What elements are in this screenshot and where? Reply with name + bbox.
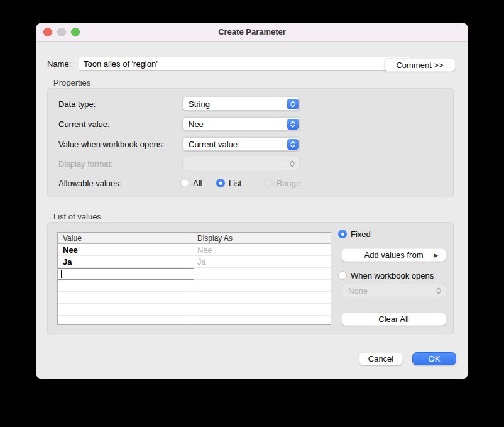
zoom-icon[interactable] (71, 28, 80, 36)
create-parameter-dialog: Create Parameter Name: Toon alles of 're… (36, 23, 468, 379)
data-type-dropdown[interactable]: String (182, 97, 300, 111)
add-values-from-button[interactable]: Add values from ▶ (341, 248, 446, 262)
value-edit-cell[interactable] (58, 268, 194, 280)
clear-all-button[interactable]: Clear All (341, 313, 446, 326)
chevron-up-down-icon (289, 159, 295, 170)
values-table-header[interactable]: Value Display As (58, 233, 331, 244)
submenu-arrow-icon: ▶ (434, 252, 438, 258)
column-header-display-as[interactable]: Display As (197, 234, 233, 243)
chevron-up-down-icon (287, 139, 299, 150)
ok-button[interactable]: OK (412, 352, 456, 365)
allowable-values-radio-range (264, 179, 273, 187)
display-format-label: Display format: (58, 159, 113, 169)
values-table[interactable]: Value Display As Nee Nee Ja Ja (57, 232, 331, 325)
fixed-radio-label: Fixed (351, 230, 371, 239)
properties-section-label: Properties (53, 78, 90, 87)
desktop-background: Create Parameter Name: Toon alles of 're… (0, 0, 504, 427)
chevron-up-down-icon (436, 286, 442, 297)
column-header-value[interactable]: Value (63, 234, 82, 243)
allowable-values-radio-list[interactable] (216, 179, 225, 187)
value-when-workbook-opens-label: Value when workbook opens: (58, 140, 165, 149)
chevron-up-down-icon (287, 99, 299, 109)
table-row[interactable]: Ja Ja (58, 256, 331, 268)
text-caret (61, 270, 62, 278)
data-type-label: Data type: (58, 99, 96, 109)
chevron-up-down-icon (287, 119, 299, 130)
minimize-icon (57, 28, 66, 36)
dialog-title: Create Parameter (218, 27, 286, 36)
table-row[interactable] (58, 292, 331, 304)
workbook-source-dropdown: None (342, 284, 446, 297)
allowable-values-radio-list-label: List (229, 179, 241, 188)
when-workbook-opens-radio-label: When workbook opens (351, 271, 434, 280)
name-input[interactable]: Toon alles of 'region' (79, 57, 412, 71)
allowable-values-radio-all[interactable] (180, 179, 189, 187)
current-value-label: Current value: (58, 119, 110, 129)
comment-button[interactable]: Comment >> (384, 58, 456, 72)
when-workbook-opens-radio[interactable] (338, 271, 347, 280)
fixed-radio[interactable] (338, 230, 347, 238)
value-when-workbook-opens-dropdown[interactable]: Current value (182, 137, 300, 151)
table-row[interactable] (58, 280, 331, 292)
title-bar[interactable]: Create Parameter (36, 23, 468, 42)
name-label: Name: (47, 59, 71, 69)
table-row[interactable] (58, 304, 331, 316)
table-row[interactable] (58, 316, 331, 325)
cancel-button[interactable]: Cancel (359, 352, 403, 365)
list-of-values-section-label: List of values (53, 212, 101, 221)
name-input-value: Toon alles of 'region' (84, 59, 158, 69)
table-row[interactable]: Nee Nee (58, 244, 331, 256)
current-value-dropdown[interactable]: Nee (182, 117, 300, 131)
close-icon[interactable] (43, 28, 52, 36)
allowable-values-radio-all-label: All (193, 179, 202, 188)
allowable-values-label: Allowable values: (58, 179, 121, 188)
allowable-values-radio-range-label: Range (277, 179, 300, 188)
display-format-dropdown (182, 157, 300, 170)
